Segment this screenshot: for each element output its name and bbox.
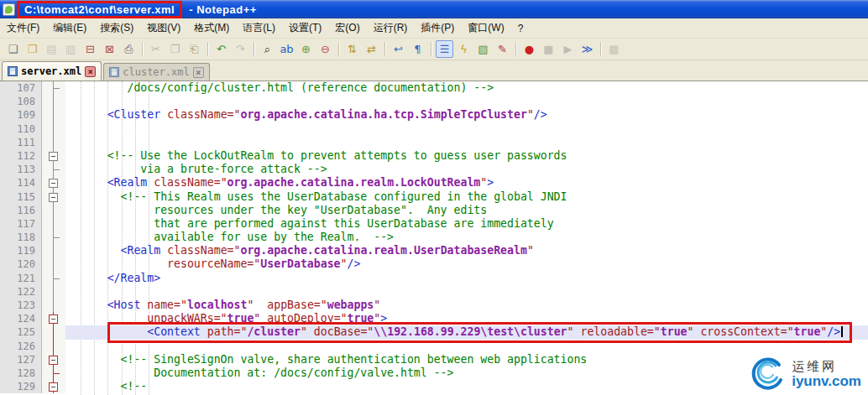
doc-switcher-button[interactable]: ✎ [494,40,511,58]
close-tab-icon[interactable]: × [85,66,96,77]
fold-toggle[interactable] [42,353,65,366]
fold-toggle[interactable] [42,176,65,190]
code-token: /> [827,325,840,338]
code-line: 129 <!-- [0,380,868,393]
fold-margin [42,81,65,95]
code-token: org.apache.catalina.ha.tcp.SimpleTcpClus… [240,108,526,121]
fold-toggle[interactable] [42,380,65,393]
collapse-fold-icon[interactable] [49,382,58,392]
code-line-text[interactable]: <Cluster className="org.apache.catalina.… [65,108,868,122]
line-number: 108 [0,95,42,108]
code-line-text[interactable]: <Realm className="org.apache.catalina.re… [65,244,868,257]
fold-toggle[interactable] [42,312,65,325]
show-indent-guide-button[interactable]: ☰ [436,40,453,58]
close-button[interactable]: ⊟ [81,40,99,58]
code-token [67,380,121,392]
sync-scroll-horizontal-button[interactable]: ⇄ [363,40,380,58]
code-token [67,272,107,284]
macro-run-multiple-button[interactable]: ≫ [578,40,596,58]
code-line-text[interactable]: via a brute-force attack --> [65,163,868,176]
code-line-text[interactable] [65,136,868,149]
collapse-fold-icon[interactable] [49,193,58,202]
collapse-fold-icon[interactable] [49,179,58,188]
save-macro-button[interactable]: ▦ [605,40,623,58]
code-line-text[interactable] [65,95,868,108]
code-line-text[interactable]: <!-- Use the LockOutRealm to prevent att… [65,149,868,163]
menu-item-7[interactable]: 宏(O) [328,18,366,38]
function-completion-icon: ϟ [460,44,468,55]
paste-button[interactable]: ⎗ [186,40,203,58]
undo-button[interactable]: ↶ [212,40,230,58]
collapse-fold-icon[interactable] [49,356,58,365]
open-file-button[interactable]: ❒ [24,40,41,58]
redo-button[interactable]: ↷ [232,40,249,58]
code-line-text[interactable] [65,122,868,136]
zoom-in-button[interactable]: ⊕ [297,40,315,58]
copy-button[interactable]: ❐ [166,40,184,58]
fold-toggle[interactable] [42,149,65,163]
code-line: 119 <Realm className="org.apache.catalin… [0,244,868,257]
tab-server-xml[interactable]: server.xml× [2,61,102,81]
document-map-button[interactable]: ▧ [474,40,492,58]
code-line-text[interactable]: resourceName="UserDatabase"/> [65,257,868,271]
fold-toggle[interactable] [42,190,65,204]
macro-stop-button[interactable]: ■ [540,40,557,58]
print-button[interactable]: ⎙ [120,40,138,58]
code-line-text[interactable]: <Realm className="org.apache.catalina.re… [65,176,868,190]
menu-item-11[interactable]: ? [511,20,531,37]
collapse-fold-icon[interactable] [49,152,58,161]
fold-margin [42,217,65,231]
code-token: true [794,325,821,338]
fold-margin [42,163,65,176]
sync-scroll-vertical-button[interactable]: ⇅ [343,40,361,58]
code-line-text[interactable]: resources under the key "UserDatabase". … [65,204,868,217]
menu-item-9[interactable]: 插件(P) [414,18,461,38]
tab-cluster-xml[interactable]: cluster.xml× [103,63,209,81]
menu-item-2[interactable]: 搜索(S) [93,18,140,38]
code-token: <!-- SingleSignOn valve, share authentic… [121,353,588,366]
menu-item-6[interactable]: 设置(T) [282,18,328,38]
macro-record-button[interactable]: ● [520,40,538,58]
save-all-button[interactable]: ▥ [62,40,80,58]
document-map-icon: ▧ [478,44,488,55]
code-line: 118 available for use by the Realm. --> [0,231,868,244]
code-line-text[interactable]: available for use by the Realm. --> [65,231,868,244]
menu-item-8[interactable]: 运行(R) [367,18,415,38]
menu-item-4[interactable]: 格式(M) [187,18,236,38]
code-token: className=" [167,108,240,121]
function-completion-button[interactable]: ϟ [455,40,473,58]
code-line-text[interactable]: /docs/config/cluster.html (reference doc… [65,81,868,95]
code-token: className=" [154,176,227,189]
code-line-text[interactable] [65,285,868,299]
menu-item-10[interactable]: 窗口(W) [461,18,510,38]
word-wrap-button[interactable]: ↩ [390,40,407,58]
code-line-text[interactable]: that are performed against this UserData… [65,217,868,231]
find-button[interactable]: ⌕ [259,40,276,58]
menu-item-5[interactable]: 语言(L) [236,18,282,38]
code-editor[interactable]: 107 /docs/config/cluster.html (reference… [0,81,868,395]
code-line: 121 </Realm> [0,272,868,285]
code-line-text[interactable]: <Context path="/cluster" docBase="\\192.… [65,325,868,339]
close-tab-icon[interactable]: × [193,67,204,78]
zoom-out-button[interactable]: ⊖ [316,40,334,58]
replace-button[interactable]: ab [278,40,295,58]
code-line-text[interactable]: unpackWARs="true" autoDeploy="true"> [65,312,868,325]
show-all-characters-button[interactable]: ¶ [409,40,426,58]
collapse-fold-icon[interactable] [49,314,58,324]
new-file-button[interactable]: ❏ [4,40,22,58]
close-all-button[interactable]: ⊠ [101,40,118,58]
sync-scroll-horizontal-icon: ⇄ [367,44,376,55]
code-line-text[interactable]: <Host name="localhost" appBase="webapps" [65,299,868,312]
menu-item-1[interactable]: 编辑(E) [46,18,93,38]
code-line: 116 resources under the key "UserDatabas… [0,204,868,217]
menu-item-3[interactable]: 视图(V) [140,18,187,38]
code-line-text[interactable] [65,340,868,353]
save-button[interactable]: ▤ [43,40,60,58]
fold-margin [42,231,65,244]
macro-playback-button[interactable]: ▶ [559,40,577,58]
menu-item-0[interactable]: 文件(F) [0,18,46,38]
code-line: 112 <!-- Use the LockOutRealm to prevent… [0,149,868,163]
code-line-text[interactable]: </Realm> [65,272,868,285]
code-line-text[interactable]: <!-- This Realm uses the UserDatabase co… [65,190,868,204]
cut-button[interactable]: ✂ [147,40,165,58]
